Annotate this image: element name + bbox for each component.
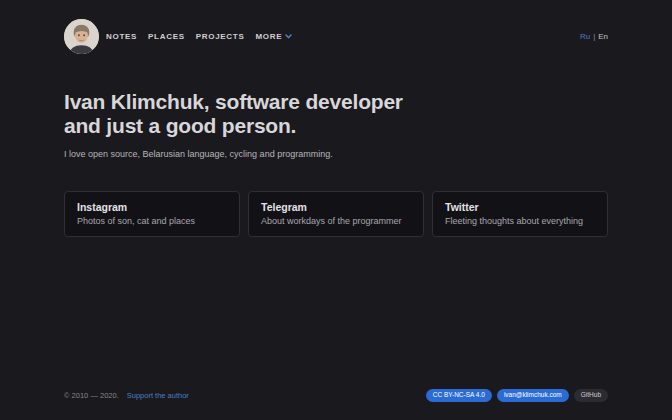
github-badge[interactable]: GitHub (574, 389, 608, 402)
card-title: Twitter (445, 201, 595, 213)
page-title: Ivan Klimchuk, software developer and ju… (64, 90, 608, 137)
lang-separator: | (593, 32, 595, 41)
nav-item-more[interactable]: More (255, 32, 292, 41)
chevron-down-icon (285, 34, 292, 39)
page-title-line2: and just a good person. (64, 114, 608, 138)
page-title-line1: Ivan Klimchuk, software developer (64, 90, 608, 114)
nav-item-more-label: More (255, 32, 282, 41)
card-description: Photos of son, cat and places (77, 216, 227, 226)
card-telegram[interactable]: Telegram About workdays of the programme… (248, 191, 424, 237)
card-title: Telegram (261, 201, 411, 213)
hero-section: Ivan Klimchuk, software developer and ju… (64, 90, 608, 237)
nav-item-notes[interactable]: Notes (106, 32, 137, 41)
card-twitter[interactable]: Twitter Fleeting thoughts about everythi… (432, 191, 608, 237)
social-cards: Instagram Photos of son, cat and places … (64, 191, 608, 237)
lang-ru-link[interactable]: Ru (580, 32, 590, 41)
email-badge[interactable]: ivan@klimchuk.com (497, 389, 569, 402)
card-description: About workdays of the programmer (261, 216, 411, 226)
nav-item-places[interactable]: Places (148, 32, 185, 41)
hero-subtitle: I love open source, Belarusian language,… (64, 149, 608, 159)
avatar-photo-icon (64, 19, 99, 54)
copyright-text: © 2010 — 2020. (64, 391, 119, 400)
footer-badges: CC BY-NC-SA 4.0 ivan@klimchuk.com GitHub (426, 389, 608, 402)
license-badge[interactable]: CC BY-NC-SA 4.0 (426, 389, 492, 402)
top-nav: Notes Places Projects More Ru | En (64, 19, 608, 54)
support-author-link[interactable]: Support the author (127, 391, 189, 400)
lang-en-current: En (598, 32, 608, 41)
card-title: Instagram (77, 201, 227, 213)
footer: © 2010 — 2020. Support the author CC BY-… (64, 389, 608, 402)
language-switcher: Ru | En (580, 32, 608, 41)
page: Notes Places Projects More Ru | En Ivan … (0, 0, 672, 420)
card-description: Fleeting thoughts about everything (445, 216, 595, 226)
main-nav: Notes Places Projects More (106, 32, 292, 41)
avatar[interactable] (64, 19, 99, 54)
card-instagram[interactable]: Instagram Photos of son, cat and places (64, 191, 240, 237)
nav-item-projects[interactable]: Projects (196, 32, 245, 41)
